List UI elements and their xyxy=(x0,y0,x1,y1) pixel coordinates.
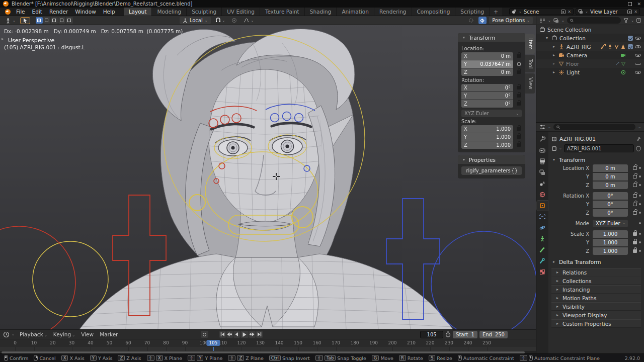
unlock-icon[interactable] xyxy=(633,211,637,215)
outliner-row-floor[interactable]: ▸ Floor xyxy=(536,59,644,68)
filter-funnel-icon[interactable] xyxy=(623,18,628,23)
collapsed-panel-header[interactable]: ▸ Visibility xyxy=(551,302,641,311)
animate-dot[interactable] xyxy=(639,222,641,224)
rotation-y-field[interactable]: Y0° xyxy=(461,92,513,100)
value-field[interactable]: 1.000 xyxy=(593,247,628,255)
collection-checkbox[interactable] xyxy=(628,36,633,41)
n-panel-tab-tool[interactable]: Tool xyxy=(525,55,535,72)
tab-world[interactable] xyxy=(537,190,548,200)
auto-keyframe-record-button[interactable] xyxy=(201,331,208,338)
properties-search-input[interactable] xyxy=(562,124,632,130)
value-field[interactable]: 0 m xyxy=(593,182,628,189)
workspace-tab[interactable]: Scripting xyxy=(455,8,490,16)
tab-texture[interactable] xyxy=(537,267,548,277)
timeline-ruler[interactable]: 0102030405060708090100110120130140150160… xyxy=(0,339,536,347)
animate-dot[interactable] xyxy=(639,184,641,186)
tab-object-data-armature[interactable] xyxy=(537,234,548,244)
tab-object[interactable] xyxy=(537,201,548,211)
selectability-checkbox[interactable] xyxy=(628,44,633,49)
rotation-x-field[interactable]: X0° xyxy=(461,84,513,92)
scale-z-field[interactable]: Z1.000 xyxy=(461,141,513,149)
lock-icon[interactable] xyxy=(517,54,521,58)
rotation-z-field[interactable]: Z0° xyxy=(461,100,513,108)
animate-dot[interactable] xyxy=(639,212,641,214)
proportional-editing-toggle[interactable] xyxy=(229,17,239,24)
snapping-dropdown[interactable]: ⌄ xyxy=(213,17,227,24)
workspace-tab[interactable]: Animation xyxy=(337,8,374,16)
lock-icon[interactable] xyxy=(517,102,521,106)
restore-window-button[interactable] xyxy=(628,2,632,6)
location-x-field[interactable]: X0 m xyxy=(461,52,513,60)
next-keyframe-button[interactable] xyxy=(249,331,256,338)
jump-to-start-button[interactable] xyxy=(219,331,226,338)
scrollbar-thumb[interactable] xyxy=(2,351,525,353)
display-mode-icon[interactable] xyxy=(539,18,545,23)
menu-item[interactable]: Render xyxy=(46,9,71,15)
options-chevron-icon[interactable]: ⌄ xyxy=(638,125,641,129)
toolbar-expand-arrow[interactable]: ▸ xyxy=(2,36,4,41)
n-panel-tab-item[interactable]: Item xyxy=(525,34,535,54)
viewport-3d[interactable]: Dx: -0.002398 m Dy: 0.000749 m Dz: 0.007… xyxy=(0,25,536,329)
transform-orientation-dropdown[interactable]: Local ⌄ xyxy=(180,17,211,24)
proportional-dropdown[interactable]: ⌄ xyxy=(242,17,256,24)
animate-dot[interactable] xyxy=(639,195,641,197)
scale-y-field[interactable]: Y1.000 xyxy=(461,133,513,141)
pin-icon[interactable] xyxy=(636,136,641,141)
visibility-eye-icon[interactable] xyxy=(635,69,641,75)
visibility-eye-icon[interactable] xyxy=(635,35,641,41)
workspace-tab[interactable]: Layout xyxy=(124,8,152,16)
tab-physics[interactable] xyxy=(537,223,548,233)
lock-icon[interactable] xyxy=(517,143,521,147)
disclosure-icon[interactable]: ▸ xyxy=(551,53,556,57)
remove-view-layer-icon[interactable]: ✕ xyxy=(634,10,637,14)
view-layer-selector[interactable]: ⌄ View Layer ✕ xyxy=(576,8,640,15)
outliner-row-light[interactable]: ▸ Light xyxy=(536,68,644,76)
close-window-button[interactable]: ✕ xyxy=(637,2,641,7)
lock-icon[interactable] xyxy=(517,94,521,98)
delta-transform-panel[interactable]: ▸ Delta Transform xyxy=(551,257,641,266)
lock-icon[interactable] xyxy=(517,127,521,131)
rigify-parameters-button[interactable]: rigify_parameters {} xyxy=(461,166,522,175)
workspace-tab[interactable]: Texture Paint xyxy=(260,8,305,16)
location-y-field[interactable]: Y0.037647 m xyxy=(461,60,513,68)
value-field[interactable]: 1.000 xyxy=(593,230,628,238)
collapsed-panel-header[interactable]: ▸ Custom Properties xyxy=(551,319,641,328)
timeline-menu-item[interactable]: Playback xyxy=(17,331,50,337)
start-frame-field[interactable]: Start 1 xyxy=(453,331,477,338)
select-mode-extend[interactable] xyxy=(43,17,50,24)
select-mode-set[interactable] xyxy=(36,17,43,24)
new-collection-icon[interactable] xyxy=(636,18,641,23)
lock-icon[interactable] xyxy=(633,249,637,253)
disclosure-icon[interactable]: ▸ xyxy=(551,70,556,74)
fake-user-shield-icon[interactable] xyxy=(636,146,641,151)
value-field[interactable]: 0° xyxy=(593,201,628,208)
menu-item[interactable]: Window xyxy=(71,9,99,15)
stopwatch-icon[interactable] xyxy=(445,331,451,337)
unlock-icon[interactable] xyxy=(517,62,521,66)
tab-object-constraints[interactable] xyxy=(537,212,548,222)
transform-section-header[interactable]: ▾ Transform xyxy=(551,155,641,164)
tab-tool[interactable] xyxy=(537,134,548,144)
value-field[interactable]: 0 m xyxy=(593,173,628,180)
timeline-menu-item[interactable]: Marker xyxy=(97,331,121,337)
object-type-icon[interactable] xyxy=(551,146,557,151)
add-workspace-button[interactable]: + xyxy=(490,8,502,16)
location-z-field[interactable]: Z0 m xyxy=(461,68,513,76)
animate-dot[interactable] xyxy=(639,203,641,205)
new-scene-icon[interactable] xyxy=(561,10,566,14)
animate-dot[interactable] xyxy=(639,167,641,169)
prev-frame-button[interactable] xyxy=(233,331,240,338)
transform-panel-header[interactable]: ▾ Transform xyxy=(458,33,525,42)
lock-icon[interactable] xyxy=(633,232,637,236)
lock-icon[interactable] xyxy=(517,135,521,139)
outliner-row-collection[interactable]: ▾ Collection xyxy=(536,34,644,42)
prev-keyframe-button[interactable] xyxy=(226,331,233,338)
collapsed-panel-header[interactable]: ▸ Collections xyxy=(551,277,641,285)
collapsed-panel-header[interactable]: ▸ Viewport Display xyxy=(551,311,641,319)
jump-to-end-button[interactable] xyxy=(256,331,263,338)
menu-item[interactable]: Help xyxy=(100,9,119,15)
current-frame-field[interactable]: 105 xyxy=(420,331,443,338)
disclosure-icon[interactable]: ▸ xyxy=(551,61,556,66)
value-field[interactable]: 1.000 xyxy=(593,239,628,246)
disclosure-icon[interactable]: ▸ xyxy=(551,44,556,49)
